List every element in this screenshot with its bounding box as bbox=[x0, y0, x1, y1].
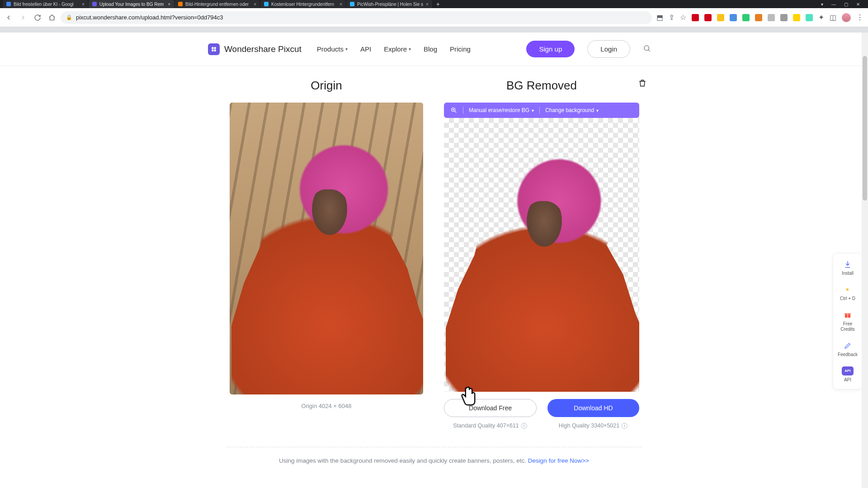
tab-title: Bild-Hintergrund entfernen oder bbox=[185, 2, 251, 7]
minimize-icon[interactable]: — bbox=[831, 2, 836, 7]
url-input[interactable]: 🔒 pixcut.wondershare.com/upload.html?ver… bbox=[61, 11, 652, 24]
origin-image bbox=[230, 103, 423, 394]
trash-icon[interactable] bbox=[638, 79, 647, 89]
extension-icon[interactable] bbox=[742, 14, 750, 21]
tab-title: Bild freistellen über KI - Googl bbox=[14, 2, 79, 7]
tab-strip: Bild freistellen über KI - Googl × Uploa… bbox=[0, 0, 868, 8]
design-free-link[interactable]: Design for free Now>> bbox=[528, 457, 589, 464]
rail-feedback[interactable]: Feedback bbox=[838, 341, 858, 357]
extension-icon[interactable] bbox=[793, 14, 800, 21]
manual-erase-button[interactable]: Manual erase/restore BG ▾ bbox=[469, 107, 534, 113]
nav-explore[interactable]: Explore▾ bbox=[384, 45, 411, 53]
svg-rect-4 bbox=[847, 313, 848, 318]
extension-icon[interactable] bbox=[780, 14, 788, 21]
home-icon[interactable] bbox=[48, 14, 56, 22]
back-icon[interactable] bbox=[5, 14, 13, 22]
tab-title: Upload Your Images to BG Rem bbox=[99, 2, 165, 7]
browser-tab[interactable]: Bild-Hintergrund entfernen oder × bbox=[175, 0, 260, 8]
extension-icon[interactable] bbox=[768, 14, 775, 21]
close-icon[interactable]: × bbox=[82, 2, 85, 7]
footer-cta: Using images with the background removed… bbox=[226, 447, 642, 464]
bookmark-star-icon[interactable]: ☆ bbox=[680, 13, 686, 22]
extension-icon[interactable] bbox=[717, 14, 724, 21]
close-icon[interactable]: × bbox=[168, 2, 170, 7]
floating-rail: Install ★ Ctrl + D FreeCredits Feedback … bbox=[833, 253, 863, 389]
gift-icon bbox=[843, 310, 852, 319]
profile-avatar-icon[interactable] bbox=[842, 13, 851, 22]
extensions-puzzle-icon[interactable]: ✦ bbox=[818, 13, 824, 22]
favicon-icon bbox=[6, 2, 11, 6]
nav-pricing[interactable]: Pricing bbox=[450, 45, 471, 53]
extension-icon[interactable] bbox=[755, 14, 762, 21]
rail-api[interactable]: API API bbox=[842, 366, 854, 383]
side-panel-icon[interactable]: ◫ bbox=[830, 13, 836, 22]
extension-icon[interactable] bbox=[730, 14, 737, 21]
new-tab-button[interactable]: + bbox=[433, 0, 443, 8]
chevron-down-icon: ▾ bbox=[409, 47, 411, 52]
download-free-button[interactable]: Download Free bbox=[444, 399, 537, 417]
rail-bookmark[interactable]: ★ Ctrl + D bbox=[840, 285, 855, 301]
close-window-icon[interactable]: ✕ bbox=[856, 2, 860, 7]
nav-api[interactable]: API bbox=[360, 45, 371, 53]
tab-title: PicWish-Preispläne | Holen Sie s bbox=[357, 2, 423, 7]
download-hd-button[interactable]: Download HD bbox=[547, 399, 639, 417]
window-controls: ▾ — ▢ ✕ bbox=[821, 2, 865, 7]
forward-icon[interactable] bbox=[19, 14, 27, 22]
result-toolbar: Manual erase/restore BG ▾ Change backgro… bbox=[444, 103, 639, 118]
change-background-button[interactable]: Change background ▾ bbox=[545, 107, 599, 113]
install-app-icon[interactable]: ⬒ bbox=[656, 13, 663, 22]
info-icon[interactable]: i bbox=[622, 423, 627, 429]
favicon-icon bbox=[264, 2, 269, 6]
chevron-down-icon: ▾ bbox=[596, 108, 599, 113]
brand[interactable]: Wondershare Pixcut bbox=[208, 43, 302, 55]
extension-icon[interactable] bbox=[692, 14, 699, 21]
site-header: Wondershare Pixcut Products▾ API Explore… bbox=[0, 33, 868, 66]
close-icon[interactable]: × bbox=[254, 2, 256, 7]
tab-title: Kostenloser Hintergrundentfern bbox=[271, 2, 337, 7]
close-icon[interactable]: × bbox=[340, 2, 342, 7]
nav-blog[interactable]: Blog bbox=[424, 45, 437, 53]
brand-name: Wondershare Pixcut bbox=[224, 44, 302, 54]
maximize-icon[interactable]: ▢ bbox=[844, 2, 848, 7]
info-icon[interactable]: i bbox=[521, 423, 527, 429]
nav-products[interactable]: Products▾ bbox=[317, 45, 348, 53]
browser-tab[interactable]: PicWish-Preispläne | Holen Sie s × bbox=[346, 0, 433, 8]
chevron-down-icon[interactable]: ▾ bbox=[821, 2, 823, 7]
page-scrollbar[interactable] bbox=[862, 33, 868, 488]
search-icon[interactable] bbox=[643, 44, 651, 54]
favicon-icon bbox=[92, 2, 97, 6]
standard-quality-label: Standard Quality 407×611 i bbox=[444, 422, 536, 429]
removed-title: BG Removed bbox=[506, 79, 577, 93]
signup-button[interactable]: Sign up bbox=[526, 41, 575, 57]
favicon-icon bbox=[350, 2, 354, 6]
result-image bbox=[444, 118, 639, 392]
extension-icon[interactable] bbox=[806, 14, 813, 21]
rail-install[interactable]: Install bbox=[842, 260, 854, 276]
kebab-menu-icon[interactable]: ⋮ bbox=[856, 13, 863, 22]
svg-point-0 bbox=[644, 46, 649, 51]
zoom-in-icon[interactable] bbox=[450, 107, 458, 114]
close-icon[interactable]: × bbox=[426, 2, 429, 7]
api-badge-icon: API bbox=[842, 366, 854, 375]
origin-title: Origin bbox=[311, 79, 342, 93]
browser-tab[interactable]: Upload Your Images to BG Rem × bbox=[89, 0, 175, 8]
scrollbar-thumb[interactable] bbox=[863, 56, 867, 201]
browser-tab[interactable]: Kostenloser Hintergrundentfern × bbox=[260, 0, 346, 8]
share-icon[interactable]: ⇪ bbox=[669, 13, 675, 22]
favicon-icon bbox=[178, 2, 183, 6]
extension-icon[interactable] bbox=[704, 14, 712, 21]
chevron-down-icon: ▾ bbox=[532, 108, 534, 113]
origin-caption: Origin 4024 × 6048 bbox=[302, 403, 352, 409]
browser-tab[interactable]: Bild freistellen über KI - Googl × bbox=[3, 0, 89, 8]
reload-icon[interactable] bbox=[33, 14, 42, 22]
chevron-down-icon: ▾ bbox=[345, 47, 348, 52]
main-stage: Origin Origin 4024 × 6048 BG Removed bbox=[0, 66, 868, 464]
pencil-icon bbox=[843, 341, 852, 350]
login-button[interactable]: Login bbox=[587, 40, 630, 58]
toolbar-extensions: ⬒ ⇪ ☆ ✦ ◫ ⋮ bbox=[656, 13, 863, 22]
url-text: pixcut.wondershare.com/upload.html?versi… bbox=[76, 14, 223, 21]
high-quality-label: High Quality 3340×5021 i bbox=[547, 422, 639, 429]
lock-icon: 🔒 bbox=[66, 14, 72, 20]
removed-panel: BG Removed Manual erase/restore BG ▾ bbox=[442, 79, 642, 429]
rail-free-credits[interactable]: FreeCredits bbox=[840, 310, 855, 332]
